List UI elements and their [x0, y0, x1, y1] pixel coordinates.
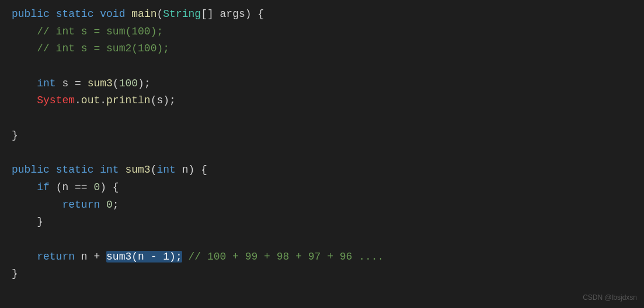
code-line-16: }: [12, 265, 632, 283]
code-line-7: [12, 110, 632, 127]
code-line-3: // int s = sum2(100);: [12, 40, 632, 58]
code-line-10: public static int sum3(int n) {: [12, 162, 632, 179]
code-line-8: }: [12, 127, 632, 145]
watermark: CSDN @lbsjdxsn: [583, 292, 637, 303]
code-line-15: return n + sum3(n - 1); // 100 + 99 + 98…: [12, 249, 632, 266]
code-line-13: }: [12, 214, 632, 231]
code-editor: public static void main(String[] args) {…: [0, 0, 644, 308]
code-line-5: int s = sum3(100);: [12, 75, 632, 93]
code-line-2: // int s = sum(100);: [12, 23, 632, 41]
code-line-1: public static void main(String[] args) {: [12, 6, 632, 23]
code-line-4: [12, 58, 632, 75]
highlighted-code: sum3(n - 1);: [106, 251, 182, 262]
code-line-14: [12, 231, 632, 249]
code-line-12: return 0;: [12, 197, 632, 214]
code-line-11: if (n == 0) {: [12, 179, 632, 197]
code-line-6: System.out.println(s);: [12, 92, 632, 110]
code-line-9: [12, 145, 632, 162]
